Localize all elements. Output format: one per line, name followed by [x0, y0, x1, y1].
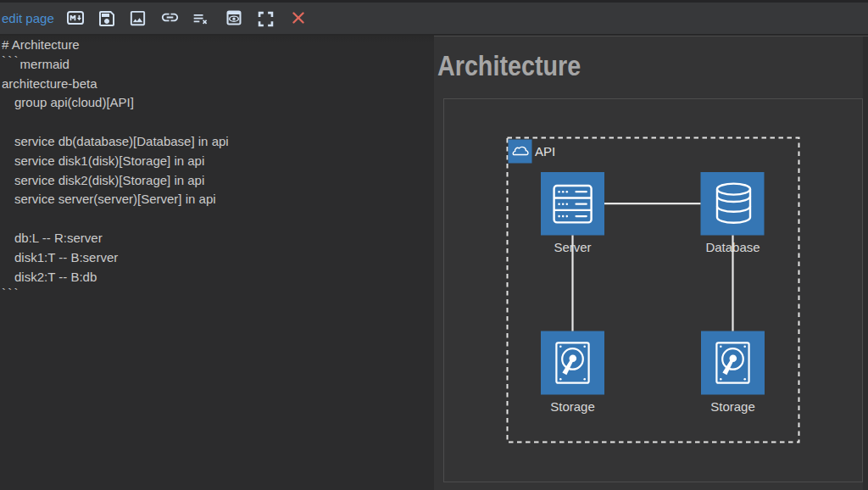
- svg-text:Storage: Storage: [550, 399, 595, 414]
- svg-text:Storage: Storage: [710, 399, 755, 414]
- svg-text:API: API: [535, 144, 555, 159]
